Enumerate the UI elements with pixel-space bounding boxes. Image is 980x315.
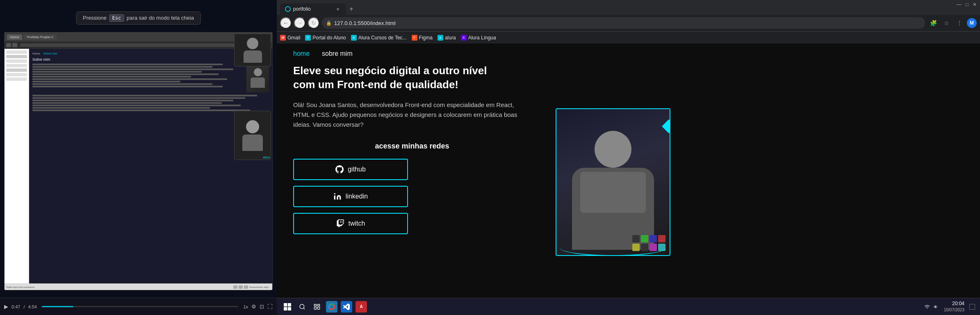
play-pause-icon[interactable]: ▶ bbox=[4, 304, 8, 310]
svg-rect-9 bbox=[314, 307, 316, 309]
more-icon[interactable]: ⋮ bbox=[954, 17, 965, 29]
bookmark-label-alura-cursos: Alura Cursos de Tec... bbox=[358, 35, 407, 41]
person-body bbox=[244, 50, 262, 63]
video-separator: / bbox=[23, 304, 25, 309]
github-label: github bbox=[348, 166, 366, 173]
fullscreen-icon[interactable]: ⛶ bbox=[267, 304, 273, 310]
chrome-taskbar-icon[interactable] bbox=[326, 301, 337, 313]
site-content: Eleve seu negócio digital a outro nível … bbox=[293, 64, 531, 300]
browser-tab-active[interactable]: portfolio ✕ bbox=[280, 3, 346, 15]
twitch-button[interactable]: twitch bbox=[293, 213, 408, 234]
profile-avatar[interactable]: M bbox=[967, 18, 977, 28]
app-taskbar-icon[interactable]: A bbox=[356, 301, 367, 313]
taskbar-right: 20:04 10/07/2023 bbox=[924, 301, 975, 313]
github-button[interactable]: github bbox=[293, 159, 408, 180]
site-nav: home sobre mim bbox=[277, 43, 980, 64]
portfolio-site: home sobre mim Eleve seu negócio digital… bbox=[277, 43, 980, 315]
bookmark-label-portal: Portal do Aluno bbox=[312, 35, 346, 41]
screen-container: Home Portfolio Projeto 2 bbox=[4, 32, 273, 290]
inner-image-placeholder bbox=[246, 64, 269, 92]
tab-close-icon[interactable]: ✕ bbox=[335, 6, 341, 12]
fullscreen-bar: Pressione Esc para sair do modo tela che… bbox=[76, 11, 201, 25]
svg-line-6 bbox=[303, 308, 305, 309]
windows-taskbar: A 20:04 10/07/2023 bbox=[277, 298, 980, 315]
video-progress-fill bbox=[42, 306, 73, 307]
system-tray bbox=[924, 304, 939, 310]
bookmark-label-figma: Figma bbox=[419, 35, 433, 41]
video-total-time: 4:54 bbox=[28, 304, 36, 309]
alura-lingua-icon: A bbox=[461, 35, 467, 41]
bookmark-portal[interactable]: P Portal do Aluno bbox=[305, 35, 346, 41]
person-silhouette-bottom bbox=[235, 111, 271, 160]
twitch-icon bbox=[336, 219, 344, 228]
browser-action-buttons: 🧩 ☆ ⋮ M bbox=[928, 17, 977, 29]
site-main: Eleve seu negócio digital a outro nível … bbox=[277, 64, 980, 300]
show-desktop-icon[interactable] bbox=[969, 304, 975, 310]
vscode-taskbar-icon[interactable] bbox=[341, 301, 352, 313]
video-thumbnail-bottom: alura bbox=[234, 111, 271, 160]
bookmark-alura-cursos[interactable]: A Alura Cursos de Tec... bbox=[351, 35, 407, 41]
nav-home[interactable]: home bbox=[293, 50, 310, 57]
bookmark-gmail[interactable]: M Gmail bbox=[280, 35, 300, 41]
inner-forward-btn[interactable] bbox=[12, 43, 17, 47]
inner-back-btn[interactable] bbox=[6, 43, 11, 47]
windows-start-icon[interactable] bbox=[282, 301, 293, 313]
address-text: 127.0.0.1:5500/index.html bbox=[334, 20, 396, 26]
inner-sidebar-item bbox=[6, 50, 27, 54]
search-taskbar-icon[interactable] bbox=[296, 301, 308, 313]
figma-icon: F bbox=[412, 35, 417, 41]
video-progress-bar[interactable] bbox=[42, 306, 238, 307]
inner-sidebar-item bbox=[6, 73, 27, 76]
volume-icon bbox=[933, 304, 939, 310]
close-icon[interactable]: ✕ bbox=[973, 2, 977, 7]
social-buttons: github linkedin bbox=[293, 159, 416, 234]
clock-date: 10/07/2023 bbox=[944, 307, 964, 313]
inner-text-block bbox=[32, 64, 269, 92]
back-button[interactable]: ← bbox=[280, 17, 292, 29]
nav-sobre-mim[interactable]: sobre mim bbox=[322, 50, 353, 57]
inner-nav: Home Sobre mim bbox=[32, 52, 57, 55]
inner-toolbar bbox=[5, 41, 272, 49]
person-head-2 bbox=[246, 120, 259, 133]
heading-line2: com um Front-end de qualidade! bbox=[293, 78, 458, 91]
speed-badge[interactable]: 1x bbox=[243, 304, 248, 309]
portal-icon: P bbox=[305, 35, 311, 41]
video-thumbnail-top bbox=[234, 34, 271, 66]
inner-sidebar-item bbox=[6, 68, 27, 72]
bookmark-figma[interactable]: F Figma bbox=[412, 35, 433, 41]
picture-in-picture-icon[interactable]: ⊡ bbox=[260, 304, 264, 310]
left-panel: Pressione Esc para sair do modo tela che… bbox=[0, 0, 277, 315]
alura-icon: a bbox=[438, 35, 443, 41]
task-view-icon[interactable] bbox=[311, 301, 323, 313]
inner-sidebar-item bbox=[6, 55, 27, 58]
site-image-area bbox=[547, 64, 679, 300]
maximize-icon[interactable]: □ bbox=[966, 2, 969, 7]
bookmark-label-gmail: Gmail bbox=[287, 35, 300, 41]
bookmark-alura-lingua[interactable]: A Alura Língua bbox=[461, 35, 496, 41]
minimize-icon[interactable]: — bbox=[957, 2, 962, 7]
left-video-bar: ▶ 0:47 / 4:54 1x ⚙ ⊡ ⛶ bbox=[0, 298, 277, 315]
reload-button[interactable]: ↻ bbox=[308, 17, 319, 29]
bookmark-icon[interactable]: ☆ bbox=[941, 17, 952, 29]
inner-content: Home Sobre mim Sobre mim bbox=[5, 49, 272, 283]
svg-point-5 bbox=[300, 304, 304, 309]
browser-toolbar: ← → ↻ 🔒 127.0.0.1:5500/index.html 🧩 ☆ ⋮ … bbox=[277, 15, 980, 31]
extensions-icon[interactable]: 🧩 bbox=[928, 17, 939, 29]
video-current-time: 0:47 bbox=[11, 304, 20, 309]
linkedin-icon bbox=[333, 192, 342, 201]
linkedin-button[interactable]: linkedin bbox=[293, 186, 408, 207]
inner-browser-bar: Home Portfolio Projeto 2 bbox=[5, 32, 272, 41]
fullscreen-text-after: para sair do modo tela cheia bbox=[127, 15, 194, 21]
address-bar[interactable]: 🔒 127.0.0.1:5500/index.html bbox=[322, 17, 925, 29]
gmail-icon: M bbox=[280, 35, 286, 41]
person-body-2 bbox=[242, 135, 263, 151]
bookmark-label-alura-lingua: Alura Língua bbox=[468, 35, 496, 41]
settings-icon[interactable]: ⚙ bbox=[251, 304, 256, 310]
new-tab-button[interactable]: + bbox=[346, 3, 357, 15]
svg-point-0 bbox=[334, 193, 335, 194]
clock-time: 20:04 bbox=[944, 301, 964, 307]
system-clock[interactable]: 20:04 10/07/2023 bbox=[944, 301, 964, 313]
github-icon bbox=[335, 165, 344, 173]
bookmark-alura[interactable]: a alura bbox=[438, 35, 456, 41]
forward-button[interactable]: → bbox=[294, 17, 305, 29]
